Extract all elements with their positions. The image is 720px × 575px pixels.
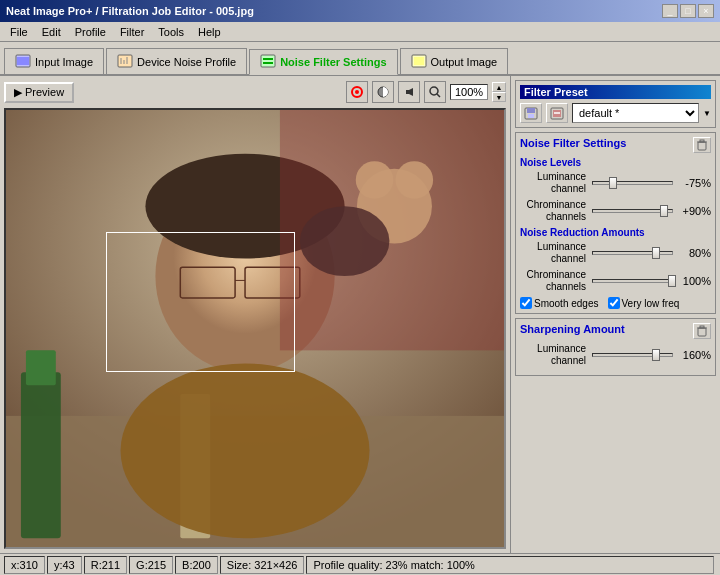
sharpening-delete-button[interactable] xyxy=(693,323,711,339)
status-bar: x:310 y:43 R:211 G:215 B:200 Size: 321×4… xyxy=(0,553,720,575)
device-noise-icon xyxy=(117,54,133,70)
luminance-noise-row: Luminancechannel -75% xyxy=(520,171,711,195)
noise-reduction-title: Noise Reduction Amounts xyxy=(520,227,711,238)
noise-levels-title: Noise Levels xyxy=(520,157,711,168)
menu-edit[interactable]: Edit xyxy=(36,25,67,39)
preset-dropdown-arrow: ▼ xyxy=(703,109,711,118)
svg-rect-41 xyxy=(700,140,704,142)
zoom-value: 100% xyxy=(450,84,488,100)
zoom-down-arrow[interactable]: ▼ xyxy=(492,92,506,102)
image-container[interactable] xyxy=(4,108,506,549)
output-image-icon xyxy=(411,54,427,70)
luminance-noise-label: Luminancechannel xyxy=(520,171,590,195)
menu-bar: File Edit Profile Filter Tools Help xyxy=(0,22,720,42)
status-r: R:211 xyxy=(84,556,127,574)
filter-preset-group: Filter Preset default * ▼ xyxy=(515,80,716,128)
photo-svg xyxy=(6,110,504,547)
zoom-spinner[interactable]: ▲ ▼ xyxy=(492,82,506,102)
nr-luminance-label: Luminancechannel xyxy=(520,241,590,265)
chrominance-noise-value: +90% xyxy=(675,205,711,217)
svg-point-15 xyxy=(430,87,438,95)
tab-output-label: Output Image xyxy=(431,56,498,68)
preset-load-button[interactable] xyxy=(546,103,568,123)
smooth-edges-item: Smooth edges xyxy=(520,297,599,309)
menu-profile[interactable]: Profile xyxy=(69,25,112,39)
tab-bar: Input Image Device Noise Profile Noise F… xyxy=(0,42,720,76)
menu-filter[interactable]: Filter xyxy=(114,25,150,39)
preview-button[interactable]: ▶ Preview xyxy=(4,82,74,103)
smooth-edges-label: Smooth edges xyxy=(534,298,599,309)
maximize-button[interactable]: □ xyxy=(680,4,696,18)
very-low-freq-checkbox[interactable] xyxy=(608,297,620,309)
svg-rect-19 xyxy=(21,372,61,538)
tab-noise-label: Noise Filter Settings xyxy=(280,56,386,68)
svg-rect-34 xyxy=(527,108,535,113)
nr-chrominance-row: Chrominancechannels 100% xyxy=(520,269,711,293)
nr-luminance-row: Luminancechannel 80% xyxy=(520,241,711,265)
tab-noise-filter[interactable]: Noise Filter Settings xyxy=(249,49,397,75)
nr-chrominance-label: Chrominancechannels xyxy=(520,269,590,293)
svg-rect-20 xyxy=(26,350,56,385)
nr-luminance-slider[interactable] xyxy=(592,251,673,255)
filter-preset-title: Filter Preset xyxy=(520,85,711,99)
svg-rect-14 xyxy=(406,90,409,94)
svg-rect-44 xyxy=(700,326,704,328)
smooth-edges-checkbox[interactable] xyxy=(520,297,532,309)
svg-rect-10 xyxy=(414,57,424,65)
noise-filter-icon xyxy=(260,54,276,70)
main-area: ▶ Preview 100% ▲ ▼ xyxy=(0,76,720,553)
sharpening-group: Sharpening Amount Luminancechannel 160% xyxy=(515,318,716,376)
preset-row: default * ▼ xyxy=(520,103,711,123)
svg-rect-6 xyxy=(261,55,275,67)
luminance-noise-slider[interactable] xyxy=(592,181,673,185)
very-low-freq-item: Very low freq xyxy=(608,297,680,309)
image-toolbar: ▶ Preview 100% ▲ ▼ xyxy=(4,80,506,104)
status-b: B:200 xyxy=(175,556,218,574)
nr-chrominance-value: 100% xyxy=(675,275,711,287)
svg-rect-1 xyxy=(17,57,29,65)
right-panel: Filter Preset default * ▼ Noise Filter S… xyxy=(510,76,720,553)
svg-rect-35 xyxy=(528,114,534,118)
noise-settings-delete-button[interactable] xyxy=(693,137,711,153)
tab-input-image[interactable]: Input Image xyxy=(4,48,104,74)
preset-save-button[interactable] xyxy=(520,103,542,123)
minimize-button[interactable]: _ xyxy=(662,4,678,18)
sharpening-title: Sharpening Amount xyxy=(520,323,625,335)
svg-rect-39 xyxy=(698,142,706,150)
sharpening-luminance-row: Luminancechannel 160% xyxy=(520,343,711,367)
very-low-freq-label: Very low freq xyxy=(622,298,680,309)
input-image-icon xyxy=(15,54,31,70)
sharpening-luminance-value: 160% xyxy=(675,349,711,361)
status-y: y:43 xyxy=(47,556,82,574)
menu-file[interactable]: File xyxy=(4,25,34,39)
status-x: x:310 xyxy=(4,556,45,574)
audio-tool-button[interactable] xyxy=(398,81,420,103)
sharpening-luminance-label: Luminancechannel xyxy=(520,343,590,367)
status-profile: Profile quality: 23% match: 100% xyxy=(306,556,714,574)
tab-output-image[interactable]: Output Image xyxy=(400,48,509,74)
nr-chrominance-slider[interactable] xyxy=(592,279,673,283)
preset-dropdown[interactable]: default * xyxy=(572,103,699,123)
zoom-up-arrow[interactable]: ▲ xyxy=(492,82,506,92)
zoom-tool-button[interactable] xyxy=(424,81,446,103)
sharpening-luminance-slider[interactable] xyxy=(592,353,673,357)
svg-point-12 xyxy=(355,90,359,94)
svg-line-16 xyxy=(437,94,440,97)
close-button[interactable]: × xyxy=(698,4,714,18)
tab-device-noise[interactable]: Device Noise Profile xyxy=(106,48,247,74)
window-title: Neat Image Pro+ / Filtration Job Editor … xyxy=(6,5,254,17)
svg-rect-32 xyxy=(280,110,504,350)
menu-help[interactable]: Help xyxy=(192,25,227,39)
status-size: Size: 321×426 xyxy=(220,556,305,574)
color-tool-button[interactable] xyxy=(346,81,368,103)
contrast-tool-button[interactable] xyxy=(372,81,394,103)
tab-input-label: Input Image xyxy=(35,56,93,68)
status-g: G:215 xyxy=(129,556,173,574)
chrominance-noise-label: Chrominancechannels xyxy=(520,199,590,223)
svg-rect-2 xyxy=(118,55,132,67)
luminance-noise-value: -75% xyxy=(675,177,711,189)
chrominance-noise-slider[interactable] xyxy=(592,209,673,213)
checkbox-row: Smooth edges Very low freq xyxy=(520,297,711,309)
image-panel: ▶ Preview 100% ▲ ▼ xyxy=(0,76,510,553)
menu-tools[interactable]: Tools xyxy=(152,25,190,39)
